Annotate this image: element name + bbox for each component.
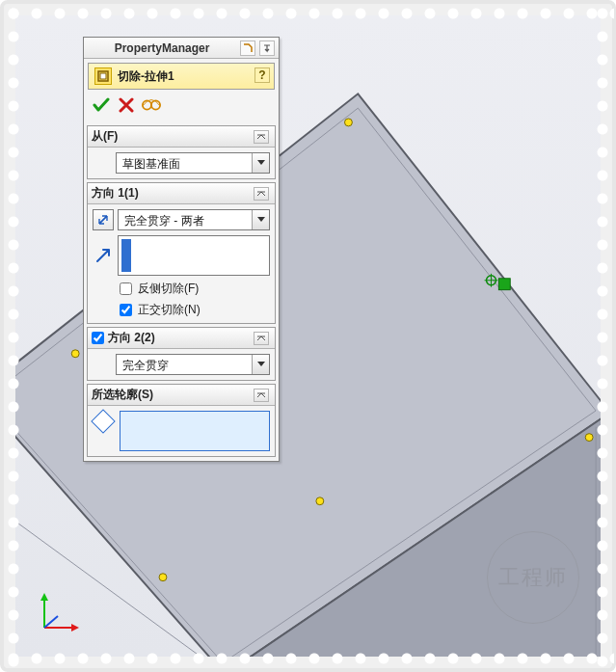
dir2-enable-checkbox[interactable] bbox=[92, 332, 104, 344]
feature-title: 切除-拉伸1 bbox=[118, 68, 174, 85]
origin-triad[interactable] bbox=[37, 589, 81, 633]
profile-icon bbox=[91, 409, 115, 433]
group-from-header[interactable]: 从(F) bbox=[88, 126, 275, 148]
svg-line-22 bbox=[44, 616, 58, 628]
dir1-end-condition-dropdown[interactable]: 完全贯穿 - 两者 bbox=[118, 209, 270, 230]
group-direction2: 方向 2(2) 完全贯穿 bbox=[87, 327, 276, 381]
chevron-down-icon[interactable] bbox=[252, 153, 269, 173]
cancel-button[interactable] bbox=[117, 95, 136, 115]
reverse-direction-button[interactable] bbox=[93, 209, 114, 230]
from-value: 草图基准面 bbox=[117, 153, 252, 173]
collapse-icon[interactable] bbox=[254, 332, 269, 345]
watermark: 工程师 bbox=[487, 531, 579, 624]
cut-extrude-icon bbox=[94, 67, 112, 85]
group-profiles-label: 所选轮廓(S) bbox=[92, 387, 153, 403]
direction-selection-box[interactable] bbox=[118, 235, 270, 276]
svg-marker-19 bbox=[40, 593, 48, 601]
group-from: 从(F) 草图基准面 bbox=[87, 125, 276, 179]
dir2-end-condition: 完全贯穿 bbox=[117, 355, 252, 374]
group-direction1: 方向 1(1) 完全贯穿 - 两者 bbox=[87, 182, 276, 324]
action-row bbox=[84, 90, 279, 122]
svg-point-8 bbox=[316, 497, 324, 505]
flip-side-checkbox[interactable] bbox=[120, 282, 132, 295]
flip-side-checkbox-row[interactable]: 反侧切除(F) bbox=[120, 281, 270, 297]
svg-point-9 bbox=[159, 574, 167, 581]
pm-title: PropertyManager bbox=[88, 41, 236, 55]
svg-point-5 bbox=[344, 119, 352, 126]
help-icon[interactable]: ? bbox=[254, 67, 270, 83]
group-profiles-header[interactable]: 所选轮廓(S) bbox=[88, 385, 275, 406]
chevron-down-icon[interactable] bbox=[252, 210, 269, 229]
group-profiles: 所选轮廓(S) bbox=[87, 384, 276, 457]
direction-arrow-icon[interactable] bbox=[93, 241, 114, 270]
svg-rect-13 bbox=[498, 279, 510, 290]
ok-button[interactable] bbox=[92, 95, 111, 115]
normal-cut-label: 正交切除(N) bbox=[138, 302, 201, 318]
chevron-down-icon[interactable] bbox=[252, 355, 269, 374]
flip-side-label: 反侧切除(F) bbox=[138, 281, 199, 297]
group-dir1-header[interactable]: 方向 1(1) bbox=[88, 183, 275, 204]
collapse-icon[interactable] bbox=[254, 130, 269, 144]
svg-rect-15 bbox=[100, 73, 106, 79]
normal-cut-checkbox[interactable] bbox=[120, 304, 132, 316]
selection-highlight bbox=[121, 239, 131, 272]
app-frame: PropertyManager 切除-拉伸1 ? bbox=[0, 0, 616, 672]
collapse-icon[interactable] bbox=[254, 187, 269, 201]
group-dir2-header[interactable]: 方向 2(2) bbox=[88, 328, 275, 349]
detailed-preview-icon[interactable] bbox=[142, 95, 161, 115]
expand-arrow-icon[interactable] bbox=[259, 40, 275, 56]
from-dropdown[interactable]: 草图基准面 bbox=[116, 152, 270, 174]
property-manager-panel: PropertyManager 切除-拉伸1 ? bbox=[83, 37, 280, 462]
normal-cut-checkbox-row[interactable]: 正交切除(N) bbox=[120, 302, 270, 318]
profile-selection-box[interactable] bbox=[120, 411, 270, 451]
svg-marker-21 bbox=[71, 624, 79, 632]
dir2-end-condition-dropdown[interactable]: 完全贯穿 bbox=[116, 354, 270, 375]
pm-header: PropertyManager bbox=[84, 38, 279, 59]
collapse-icon[interactable] bbox=[254, 389, 269, 402]
svg-point-6 bbox=[71, 350, 79, 358]
pin-icon[interactable] bbox=[240, 40, 255, 56]
svg-point-7 bbox=[585, 434, 593, 442]
group-from-label: 从(F) bbox=[92, 128, 118, 145]
dir1-end-condition: 完全贯穿 - 两者 bbox=[119, 210, 252, 229]
group-dir1-label: 方向 1(1) bbox=[92, 185, 139, 202]
feature-title-card: 切除-拉伸1 ? bbox=[88, 63, 275, 90]
group-dir2-label: 方向 2(2) bbox=[108, 330, 155, 346]
3d-viewport[interactable]: PropertyManager 切除-拉伸1 ? bbox=[15, 15, 601, 657]
